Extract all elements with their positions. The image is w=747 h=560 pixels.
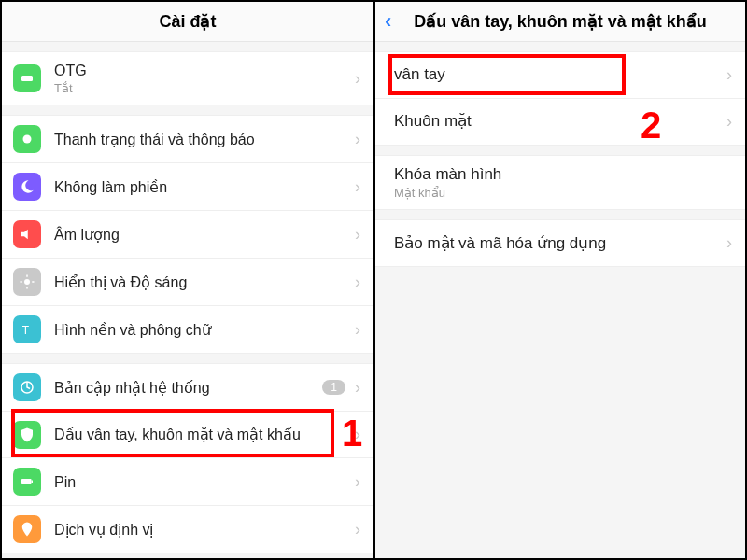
update-icon <box>13 373 41 401</box>
font-icon: T <box>13 315 41 343</box>
back-button[interactable]: ‹ <box>385 11 391 32</box>
security-title: Dấu vân tay, khuôn mặt và mật khẩu <box>414 12 707 31</box>
svg-rect-0 <box>21 76 33 81</box>
group-connectivity: OTG Tắt › <box>2 51 374 105</box>
row-label: Dấu vân tay, khuôn mặt và mật khẩu <box>54 426 349 443</box>
chevron-right-icon: › <box>355 378 360 398</box>
row-label: Hình nền và phông chữ <box>54 321 349 339</box>
chevron-right-icon: › <box>726 112 732 132</box>
row-sublabel: Mật khẩu <box>394 186 732 200</box>
otg-icon <box>13 64 41 92</box>
row-label: Bảo mật và mã hóa ứng dụng <box>394 234 721 253</box>
row-label: Pin <box>54 473 349 491</box>
chevron-right-icon: › <box>355 69 360 89</box>
row-label: Khóa màn hình <box>394 165 732 184</box>
row-fingerprint-face-password[interactable]: Dấu vân tay, khuôn mặt và mật khẩu › <box>2 411 374 457</box>
bell-icon <box>13 125 41 153</box>
row-label: Thanh trạng thái và thông báo <box>54 131 349 148</box>
svg-rect-9 <box>21 479 32 484</box>
row-label: OTG <box>54 62 349 79</box>
svg-point-1 <box>23 135 32 144</box>
brightness-icon <box>13 268 41 296</box>
row-lockscreen[interactable]: Khóa màn hình Mật khẩu <box>375 155 745 210</box>
chevron-right-icon: › <box>355 130 360 149</box>
svg-point-2 <box>24 279 30 285</box>
settings-panel: Cài đặt OTG Tắt › Thanh trạng thái và th… <box>2 2 375 558</box>
svg-text:T: T <box>22 324 30 337</box>
row-brightness[interactable]: Hiển thị và Độ sáng › <box>2 258 374 305</box>
volume-icon <box>13 220 41 248</box>
row-statusbar[interactable]: Thanh trạng thái và thông báo › <box>2 115 374 162</box>
svg-rect-10 <box>32 481 34 483</box>
row-label: Dịch vụ định vị <box>54 521 349 539</box>
row-sublabel: Tắt <box>54 81 349 95</box>
row-label: Khuôn mặt <box>394 112 721 131</box>
chevron-right-icon: › <box>355 520 360 539</box>
row-volume[interactable]: Âm lượng › <box>2 210 374 258</box>
chevron-right-icon: › <box>355 320 360 340</box>
row-label: vân tay <box>394 65 721 84</box>
chevron-right-icon: › <box>726 233 732 253</box>
row-face[interactable]: Khuôn mặt › <box>375 98 745 146</box>
row-location[interactable]: Dịch vụ định vị › <box>2 505 374 553</box>
settings-title: Cài đặt <box>159 12 216 31</box>
chevron-right-icon: › <box>355 472 360 492</box>
chevron-right-icon: › <box>355 225 360 245</box>
row-fingerprint[interactable]: vân tay › <box>375 51 745 98</box>
chevron-right-icon: › <box>355 425 360 444</box>
location-icon <box>13 515 41 543</box>
security-header: ‹ Dấu vân tay, khuôn mặt và mật khẩu <box>375 2 745 42</box>
row-system-update[interactable]: Bản cập nhật hệ thống 1 › <box>2 363 374 411</box>
chevron-right-icon: › <box>355 273 360 292</box>
group-lockscreen: Khóa màn hình Mật khẩu <box>375 155 745 210</box>
row-battery[interactable]: Pin › <box>2 457 374 505</box>
row-wallpaper-font[interactable]: T Hình nền và phông chữ › <box>2 305 374 354</box>
row-label: Âm lượng <box>54 226 349 244</box>
group-encryption: Bảo mật và mã hóa ứng dụng › <box>375 219 745 267</box>
row-label: Bản cập nhật hệ thống <box>54 379 322 397</box>
row-label: Hiển thị và Độ sáng <box>54 273 349 291</box>
group-display: Thanh trạng thái và thông báo › Không là… <box>2 115 374 354</box>
row-app-encryption[interactable]: Bảo mật và mã hóa ứng dụng › <box>375 219 745 267</box>
update-badge: 1 <box>322 380 345 395</box>
group-system: Bản cập nhật hệ thống 1 › Dấu vân tay, k… <box>2 363 374 553</box>
security-panel: ‹ Dấu vân tay, khuôn mặt và mật khẩu vân… <box>375 2 745 558</box>
row-label: Không làm phiền <box>54 178 349 196</box>
settings-header: Cài đặt <box>2 2 374 42</box>
chevron-right-icon: › <box>355 177 360 197</box>
row-dnd[interactable]: Không làm phiền › <box>2 162 374 210</box>
group-biometrics: vân tay › Khuôn mặt › <box>375 51 745 146</box>
moon-icon <box>13 173 41 201</box>
row-otg[interactable]: OTG Tắt › <box>2 51 374 105</box>
battery-icon <box>13 468 41 496</box>
chevron-right-icon: › <box>726 65 732 85</box>
shield-icon <box>13 421 41 449</box>
